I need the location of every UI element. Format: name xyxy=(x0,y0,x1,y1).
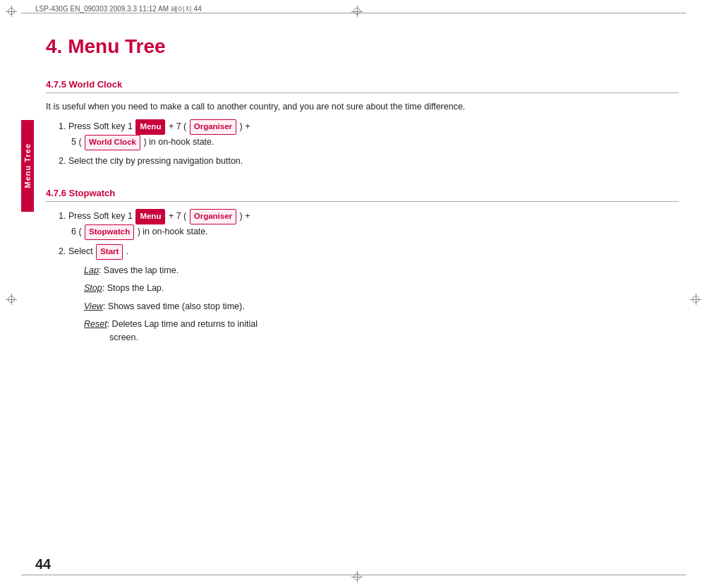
reg-mark-top-center xyxy=(351,6,363,17)
main-content: 4. Menu Tree 4.7.5 World Clock It is use… xyxy=(46,28,679,560)
sub-item-view: View: Shows saved time (also stop time). xyxy=(84,300,679,313)
reg-mark-top-left xyxy=(6,6,17,17)
badge-menu-1: Menu xyxy=(135,119,165,135)
step-475-2: 2. Select the city by pressing navigatio… xyxy=(59,155,679,168)
section-476: 4.7.6 Stopwatch 1. Press Soft key 1 Menu… xyxy=(46,188,679,344)
sidebar-label: Menu Tree xyxy=(23,143,32,188)
reg-mark-mid-right xyxy=(690,294,701,305)
section-476-steps: 1. Press Soft key 1 Menu + 7 ( Organiser… xyxy=(59,209,679,344)
badge-stopwatch: Stopwatch xyxy=(85,224,134,240)
badge-worldclock: World Clock xyxy=(85,135,140,150)
section-475-heading: 4.7.5 World Clock xyxy=(46,79,679,93)
section-476-heading: 4.7.6 Stopwatch xyxy=(46,188,679,202)
step-475-1: 1. Press Soft key 1 Menu + 7 ( Organiser… xyxy=(59,119,679,150)
sidebar-tab: Menu Tree xyxy=(21,120,34,212)
badge-menu-2: Menu xyxy=(135,209,165,224)
page-border-bottom xyxy=(21,575,686,575)
section-475-steps: 1. Press Soft key 1 Menu + 7 ( Organiser… xyxy=(59,119,679,168)
step-476-2: 2. Select Start . xyxy=(59,244,679,260)
step-476-1: 1. Press Soft key 1 Menu + 7 ( Organiser… xyxy=(59,209,679,240)
chapter-heading: 4. Menu Tree xyxy=(46,35,679,58)
reg-mark-mid-left xyxy=(6,294,17,305)
page-number: 44 xyxy=(35,556,51,572)
sub-item-reset: Reset: Deletes Lap time and returns to i… xyxy=(84,318,679,345)
badge-organiser-2: Organiser xyxy=(190,209,236,224)
section-475-intro: It is useful when you need to make a cal… xyxy=(46,100,679,114)
badge-start: Start xyxy=(96,244,123,260)
sub-item-lap: Lap: Saves the lap time. xyxy=(84,264,679,277)
badge-organiser-1: Organiser xyxy=(190,119,236,135)
header-text: LSP-430G EN_090303 2009.3.3 11:12 AM 페이지… xyxy=(35,4,202,14)
section-475: 4.7.5 World Clock It is useful when you … xyxy=(46,79,679,168)
reg-mark-bottom-center xyxy=(351,571,363,582)
sub-item-stop: Stop: Stops the Lap. xyxy=(84,282,679,295)
